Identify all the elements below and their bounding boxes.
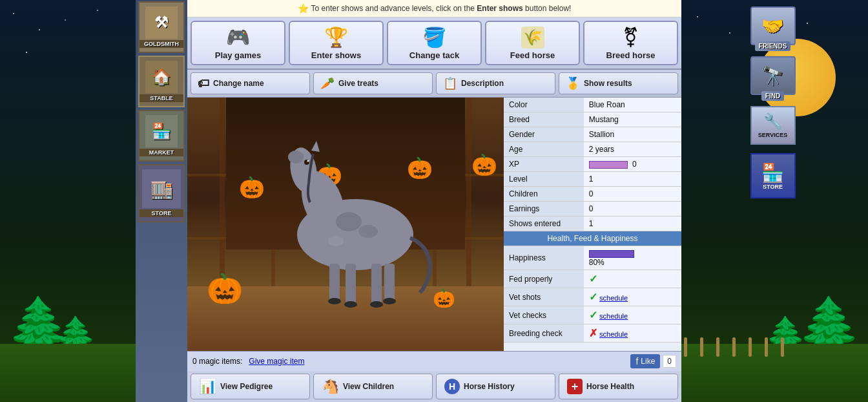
pumpkin-4: 🎃	[471, 153, 497, 177]
grass	[0, 344, 136, 402]
xp-value: 0	[632, 160, 637, 169]
store-label: STORE	[763, 184, 783, 190]
bottom-action-buttons: 📊 View Pedigree 🐴 View Children H Horse …	[187, 371, 681, 402]
vet-checks-checkmark: ✓	[589, 310, 597, 321]
horse-history-icon: H	[444, 379, 460, 394]
change-name-button[interactable]: 🏷 Change name	[191, 72, 310, 94]
friends-icon: 🤝	[761, 16, 784, 37]
find-label: FIND	[761, 91, 784, 101]
stat-row-earnings: Earnings 0	[504, 202, 681, 217]
svg-marker-6	[311, 141, 320, 152]
feed-horse-label: Feed horse	[510, 50, 555, 60]
star-icon: ⭐	[298, 3, 309, 14]
goldsmith-label: GOLDSMITH	[140, 40, 183, 48]
play-games-button[interactable]: 🎮 Play games	[191, 21, 285, 65]
enter-shows-button[interactable]: 🏆 Enter shows	[289, 21, 384, 65]
breed-horse-icon: ⚧	[623, 26, 639, 48]
fed-checkmark: ✓	[589, 273, 597, 284]
give-treats-button[interactable]: 🥕 Give treats	[313, 72, 433, 94]
like-section: f Like 0	[630, 354, 676, 368]
friends-section: 🤝 FRIENDS	[750, 6, 796, 51]
friends-button[interactable]: 🤝	[750, 6, 796, 45]
store-section: 🏪 STORE	[750, 153, 796, 198]
left-background: 🌲 🌲	[0, 0, 136, 402]
main-content: ⭐ To enter shows and advance levels, cli…	[187, 0, 681, 402]
play-games-label: Play games	[215, 50, 262, 60]
change-name-icon: 🏷	[198, 77, 209, 90]
like-button[interactable]: f Like	[630, 354, 660, 368]
svg-rect-8	[346, 264, 356, 306]
services-button[interactable]: 🔧 SERVICES	[750, 106, 796, 145]
horse-health-button[interactable]: + Horse Health	[559, 374, 678, 399]
svg-point-12	[344, 301, 357, 308]
notification-bar: ⭐ To enter shows and advance levels, cli…	[187, 0, 681, 17]
stat-label-xp: XP	[504, 157, 584, 172]
facebook-icon: f	[636, 356, 638, 366]
stat-label-children: Children	[504, 187, 584, 202]
stat-row-age: Age 2 years	[504, 142, 681, 157]
change-tack-label: Change tack	[409, 50, 459, 60]
stat-value-color: Blue Roan	[584, 98, 681, 112]
view-pedigree-button[interactable]: 📊 View Pedigree	[191, 374, 310, 399]
store-label: STORE	[140, 209, 183, 217]
give-magic-item-link[interactable]: Give magic item	[249, 357, 304, 366]
star	[65, 19, 66, 21]
horse-history-label: Horse History	[464, 382, 515, 391]
stat-row-breeding-check: Breeding check ✗ schedule	[504, 324, 681, 343]
svg-point-14	[383, 298, 396, 304]
sidebar-item-goldsmith[interactable]: ⚒ GOLDSMITH	[138, 1, 185, 53]
star	[39, 29, 40, 30]
stat-row-children: Children 0	[504, 187, 681, 202]
show-results-button[interactable]: 🥇 Show results	[559, 72, 678, 94]
store-button[interactable]: 🏪 STORE	[750, 153, 796, 198]
action-buttons-row: 🎮 Play games 🏆 Enter shows 🪣 Change tack…	[187, 17, 681, 70]
stable-icon: 🏠	[145, 61, 178, 93]
stat-row-color: Color Blue Roan	[504, 98, 681, 112]
horse-panel: 🎃 🎃 🎃 🎃 🎃 🎃	[187, 98, 504, 351]
stat-value-vet-shots: ✓ schedule	[584, 288, 681, 306]
star	[26, 52, 27, 53]
find-button[interactable]: 🔭	[750, 56, 796, 95]
star	[97, 10, 98, 11]
sidebar-item-stable[interactable]: 🏠 STABLE	[138, 56, 185, 107]
enter-shows-label: Enter shows	[311, 50, 361, 60]
view-children-button[interactable]: 🐴 View Children	[313, 374, 433, 399]
view-pedigree-icon: 📊	[199, 378, 216, 395]
enter-shows-icon: 🏆	[324, 26, 348, 48]
sidebar-item-store[interactable]: 🏬 STORE	[138, 164, 185, 222]
vet-checks-schedule-link[interactable]: schedule	[599, 312, 628, 320]
friends-label: FRIENDS	[755, 41, 791, 51]
feed-horse-button[interactable]: 🌾 Feed horse	[485, 21, 580, 65]
stat-value-happiness: 80%	[584, 246, 681, 270]
show-results-icon: 🥇	[566, 76, 580, 90]
vet-shots-schedule-link[interactable]: schedule	[599, 294, 628, 302]
breed-horse-button[interactable]: ⚧ Breed horse	[583, 21, 678, 65]
stat-value-xp: 0	[584, 157, 681, 172]
services-icon: 🔧	[763, 112, 783, 131]
horse-history-button[interactable]: H Horse History	[436, 374, 555, 399]
svg-point-5	[307, 160, 309, 162]
stat-label-breed: Breed	[504, 112, 584, 127]
breed-horse-label: Breed horse	[606, 50, 656, 60]
sidebar-item-market[interactable]: 🏪 MARKET	[138, 110, 185, 162]
health-header: Health, Feed & Happiness	[504, 231, 681, 246]
xp-progress-bar	[589, 161, 628, 169]
stat-label-shows: Shows entered	[504, 217, 584, 231]
star	[13, 13, 14, 14]
stat-label-happiness: Happiness	[504, 246, 584, 270]
services-label: SERVICES	[758, 132, 787, 138]
stat-label-vet-shots: Vet shots	[504, 288, 584, 306]
stat-row-gender: Gender Stallion	[504, 127, 681, 142]
stable-label: STABLE	[140, 94, 183, 102]
secondary-actions-row: 🏷 Change name 🥕 Give treats 📋 Descriptio…	[187, 70, 681, 98]
horse-stats-table: Color Blue Roan Breed Mustang Gender Sta…	[504, 98, 681, 343]
give-treats-label: Give treats	[338, 79, 378, 88]
view-children-label: View Children	[343, 382, 394, 391]
svg-rect-10	[384, 264, 395, 302]
description-button[interactable]: 📋 Description	[436, 72, 555, 94]
stat-value-level: 1	[584, 172, 681, 187]
breeding-check-x: ✗	[589, 328, 597, 339]
change-tack-button[interactable]: 🪣 Change tack	[387, 21, 482, 65]
notification-text: To enter shows and advance levels, click…	[311, 4, 572, 13]
breeding-check-schedule-link[interactable]: schedule	[599, 330, 628, 338]
